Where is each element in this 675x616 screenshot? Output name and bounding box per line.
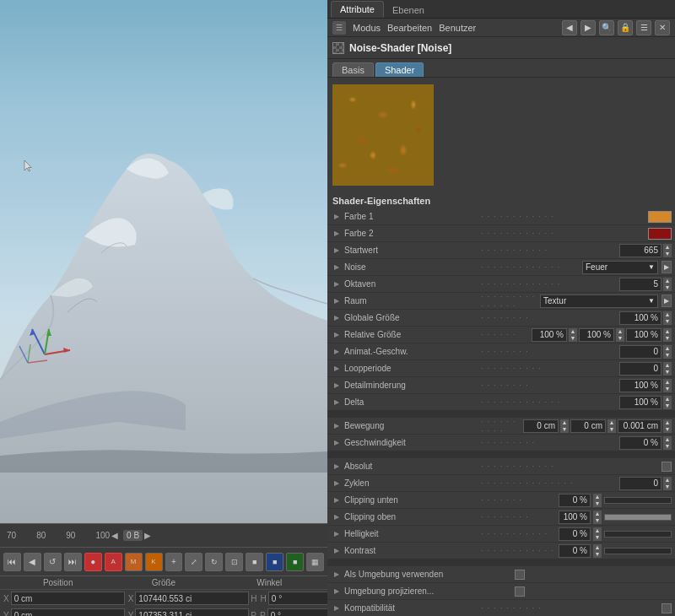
nav-close[interactable]: ✕ <box>655 20 670 35</box>
nav-menu[interactable]: ☰ <box>636 20 651 35</box>
divider-2 <box>327 451 675 458</box>
umgebung-proj-checkbox[interactable] <box>515 586 525 597</box>
noise-extra-arrow[interactable]: ▶ <box>662 261 672 273</box>
detailminderung-field[interactable] <box>619 379 662 392</box>
startwert-field[interactable] <box>619 244 662 257</box>
transport-motion[interactable]: M <box>125 553 143 571</box>
transport-plus[interactable]: + <box>165 553 183 571</box>
farbe1-swatch[interactable] <box>648 211 672 223</box>
transport-prev-prev[interactable]: ⏮ <box>3 553 21 571</box>
timeline-left-arrow[interactable]: ◀ <box>111 531 118 540</box>
helligkeit-bar[interactable] <box>604 531 672 538</box>
nav-left[interactable]: ◀ <box>562 20 577 35</box>
bewegung-z[interactable] <box>618 419 662 433</box>
sub-tab-basis[interactable]: Basis <box>332 62 374 77</box>
oktaven-label: Oktaven <box>344 279 479 289</box>
clipping-unten-field[interactable] <box>559 494 591 507</box>
transport-auto[interactable]: A <box>105 553 122 571</box>
detailminderung-spinner[interactable]: ▲ ▼ <box>663 379 672 392</box>
delta-label: Delta <box>344 397 479 407</box>
transport-key[interactable]: K <box>145 553 163 571</box>
loopperiode-label: Loopperiode <box>344 364 479 373</box>
3d-axes <box>15 312 74 371</box>
raum-extra-arrow[interactable]: ▶ <box>662 294 672 307</box>
coord-h2-label: H <box>261 594 267 603</box>
timeline[interactable]: 70 80 90 100 ◀ 0 B ▶ <box>0 523 327 547</box>
properties-panel[interactable]: Shader-Eigenschaften ▶ Farbe 1 · · · · ·… <box>327 192 675 616</box>
kompatibilitaet-checkbox[interactable] <box>662 603 672 613</box>
coord-y-label: Y <box>3 611 9 617</box>
transport-move[interactable]: ⤢ <box>185 553 202 571</box>
size-y-field[interactable] <box>135 608 249 616</box>
absolut-checkbox[interactable] <box>662 462 672 472</box>
size-x-field[interactable] <box>135 592 249 605</box>
clipping-unten-bar[interactable] <box>604 497 672 504</box>
prop-clipping-unten: ▶ Clipping unten · · · · · · · ▲▼ <box>327 492 675 509</box>
nav-lock[interactable]: 🔒 <box>618 20 633 35</box>
startwert-spinner[interactable]: ▲ ▼ <box>663 244 672 257</box>
transport-record[interactable]: ● <box>84 553 102 571</box>
startwert-label: Startwert <box>344 246 479 255</box>
timeline-right-arrow[interactable]: ▶ <box>144 531 151 540</box>
clipping-oben-bar[interactable] <box>604 514 672 521</box>
tab-ebenen[interactable]: Ebenen <box>384 3 433 18</box>
zyklen-spinner[interactable]: ▲ ▼ <box>663 477 672 490</box>
nav-right[interactable]: ▶ <box>580 20 596 35</box>
tab-attribute[interactable]: Attribute <box>331 1 384 18</box>
raum-dropdown[interactable]: Textur ▼ <box>540 294 658 308</box>
transport-rewind[interactable]: ↺ <box>44 553 62 571</box>
oktaven-field[interactable] <box>619 278 662 291</box>
oktaven-spinner[interactable]: ▲ ▼ <box>663 278 672 291</box>
sub-tab-shader[interactable]: Shader <box>375 62 424 77</box>
geschwindigkeit-spinner[interactable]: ▲ ▼ <box>663 436 672 450</box>
transport-next-end[interactable]: ⏭ <box>64 553 82 571</box>
prop-helligkeit: ▶ Helligkeit · · · · · · · · · · · ▲▼ <box>327 526 675 543</box>
clipping-unten-label: Clipping unten <box>344 495 479 505</box>
farbe2-swatch[interactable] <box>648 228 672 240</box>
pos-y-field[interactable] <box>11 608 125 616</box>
divider-3 <box>327 559 675 566</box>
bewegung-x[interactable] <box>523 419 559 433</box>
pos-x-field[interactable] <box>11 592 125 605</box>
menu-icon: ☰ <box>332 21 346 35</box>
transport-rotate[interactable]: ↻ <box>205 553 223 571</box>
animat-geschw-field[interactable] <box>619 345 662 359</box>
svg-marker-5 <box>46 329 51 336</box>
transport-scale[interactable]: ⊡ <box>225 553 243 571</box>
menu-benutzer[interactable]: Benutzer <box>439 23 476 33</box>
viewport[interactable] <box>0 0 327 523</box>
noise-dropdown[interactable]: Feuer ▼ <box>582 261 658 274</box>
geschwindigkeit-field[interactable] <box>619 436 662 450</box>
rel-groesse-z[interactable] <box>626 328 662 342</box>
menu-modus[interactable]: Modus <box>353 23 381 33</box>
nav-search[interactable]: 🔍 <box>599 20 614 35</box>
posbar: Position Größe Winkel X X H H Y Y P P <box>0 575 327 616</box>
prop-detailminderung: ▶ Detailminderung · · · · · · · · ▲ ▼ <box>327 377 675 394</box>
rel-groesse-y[interactable] <box>579 328 614 342</box>
delta-field[interactable] <box>619 396 662 409</box>
absolut-label: Absolut <box>344 462 479 471</box>
prop-farbe2: ▶ Farbe 2 · · · · · · · · · · · · <box>327 225 675 242</box>
als-umgebung-checkbox[interactable] <box>515 570 525 580</box>
transport-prev[interactable]: ◀ <box>24 553 41 571</box>
delta-spinner[interactable]: ▲ ▼ <box>663 396 672 409</box>
kontrast-field[interactable] <box>559 544 591 558</box>
rel-groesse-x[interactable] <box>532 328 567 342</box>
transport-film[interactable]: ▦ <box>306 553 324 571</box>
kontrast-bar[interactable] <box>604 548 672 554</box>
transport-b2[interactable]: ■ <box>266 553 284 571</box>
menu-bearbeiten[interactable]: Bearbeiten <box>387 23 432 33</box>
animat-geschw-spinner[interactable]: ▲ ▼ <box>663 345 672 359</box>
bewegung-y[interactable] <box>570 419 606 433</box>
globale-groesse-field[interactable] <box>619 311 662 325</box>
clipping-oben-field[interactable] <box>559 511 591 524</box>
noise-label: Noise <box>344 262 479 272</box>
globale-groesse-spinner[interactable]: ▲ ▼ <box>663 311 672 325</box>
loopperiode-field[interactable] <box>619 362 662 376</box>
transport-bar: ⏮ ◀ ↺ ⏭ ● A M K + ⤢ ↻ ⊡ ■ ■ ■ ▦ <box>0 547 327 575</box>
helligkeit-field[interactable] <box>559 527 591 541</box>
transport-b3[interactable]: ■ <box>286 553 304 571</box>
loopperiode-spinner[interactable]: ▲ ▼ <box>663 362 672 376</box>
zyklen-field[interactable] <box>619 477 662 490</box>
transport-b1[interactable]: ■ <box>246 553 263 571</box>
